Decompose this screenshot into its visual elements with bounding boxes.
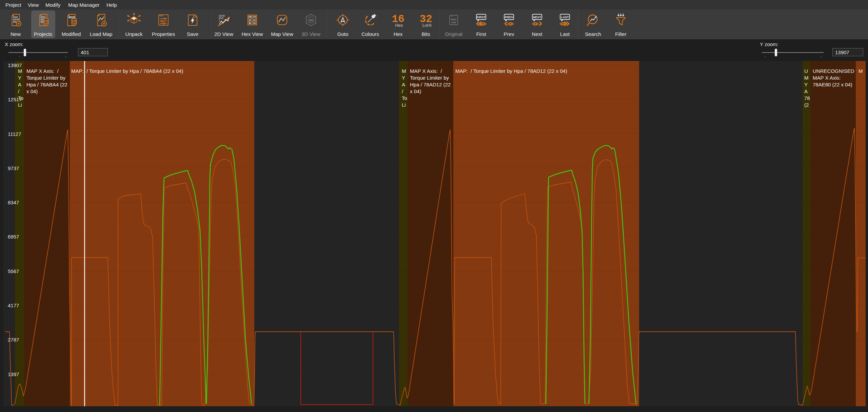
svg-text:LAST: LAST [561, 16, 569, 19]
svg-text:F6: F6 [253, 16, 256, 18]
svg-text:ORI: ORI [451, 21, 456, 24]
svg-text:NEXT: NEXT [533, 16, 541, 19]
svg-text:00: 00 [253, 19, 256, 21]
svg-text:80: 80 [249, 22, 252, 24]
svg-text:10100: 10100 [219, 15, 225, 17]
svg-text:0101: 0101 [219, 17, 224, 19]
svg-text:FIRST: FIRST [477, 16, 486, 19]
svg-text:1: 1 [219, 19, 220, 22]
svg-text:00: 00 [253, 22, 256, 24]
svg-text:MOD: MOD [451, 18, 457, 21]
svg-text:3D: 3D [309, 18, 313, 22]
svg-text:PREV: PREV [505, 16, 513, 19]
svg-text:0101: 0101 [13, 16, 18, 18]
svg-text:Hex: Hex [395, 23, 403, 27]
svg-text:0101: 0101 [41, 16, 46, 18]
svg-text:EB: EB [249, 16, 252, 18]
svg-text:52: 52 [249, 19, 252, 21]
svg-text:LoHi: LoHi [422, 23, 432, 27]
svg-text:01010: 01010 [13, 18, 19, 21]
